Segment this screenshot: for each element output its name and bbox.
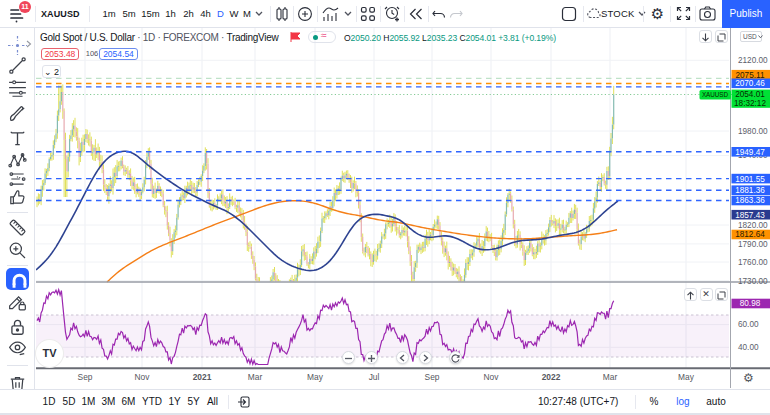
svg-text:2120.00: 2120.00: [738, 56, 768, 65]
svg-text:60.00: 60.00: [738, 320, 759, 329]
svg-text:Nov: Nov: [135, 372, 151, 382]
svg-text:1863.36: 1863.36: [735, 196, 765, 205]
svg-text:Mar: Mar: [248, 372, 263, 382]
svg-text:1949.47: 1949.47: [735, 148, 765, 157]
svg-text:Sep: Sep: [78, 372, 93, 382]
svg-text:Mar: Mar: [603, 372, 618, 382]
svg-text:1980.00: 1980.00: [738, 127, 768, 136]
svg-text:80.98: 80.98: [740, 299, 761, 308]
svg-text:2022: 2022: [542, 372, 561, 382]
svg-text:1760.00: 1760.00: [738, 258, 768, 267]
svg-text:1820.00: 1820.00: [738, 221, 768, 230]
svg-text:Nov: Nov: [484, 372, 500, 382]
svg-text:40.00: 40.00: [738, 343, 759, 352]
svg-text:May: May: [678, 372, 695, 382]
svg-text:1857.43: 1857.43: [735, 211, 765, 220]
svg-text:1901.55: 1901.55: [735, 175, 765, 184]
svg-text:1881.36: 1881.36: [735, 186, 765, 195]
svg-text:2021: 2021: [193, 372, 212, 382]
svg-text:2070.46: 2070.46: [735, 79, 765, 88]
svg-text:Jul: Jul: [369, 372, 380, 382]
svg-text:XAUUSD: XAUUSD: [702, 91, 729, 98]
svg-text:1790.00: 1790.00: [738, 240, 768, 249]
svg-text:⚙: ⚙: [743, 371, 754, 385]
svg-text:18:32:12: 18:32:12: [734, 99, 766, 108]
svg-text:1812.64: 1812.64: [735, 230, 765, 239]
svg-text:May: May: [307, 372, 324, 382]
svg-text:Sep: Sep: [425, 372, 440, 382]
svg-text:1730.00: 1730.00: [738, 277, 768, 286]
